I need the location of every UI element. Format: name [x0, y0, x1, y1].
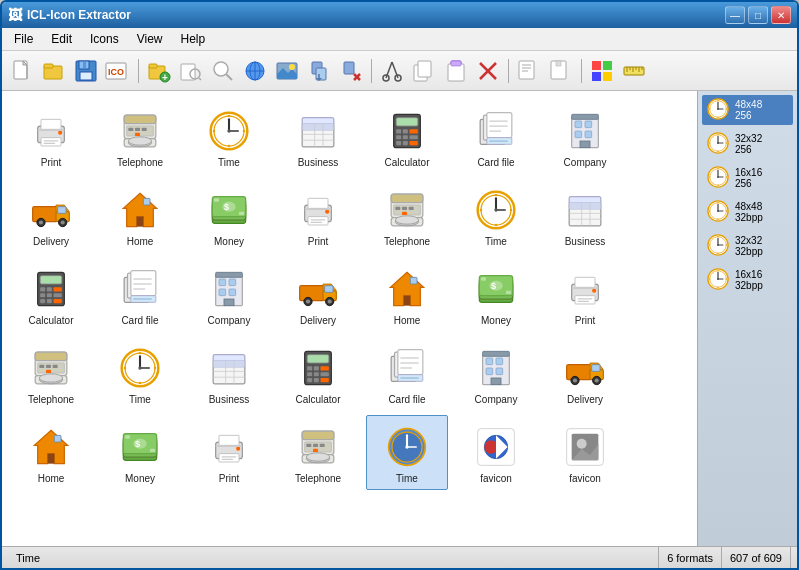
icon-label: Time: [129, 394, 151, 406]
svg-point-335: [717, 134, 718, 135]
svg-point-334: [717, 142, 719, 144]
icon-cell[interactable]: Business: [188, 336, 270, 411]
icon-cell[interactable]: Time: [99, 336, 181, 411]
extract-button[interactable]: [304, 56, 334, 86]
svg-rect-216: [575, 277, 595, 287]
icon-cell[interactable]: Home: [366, 257, 448, 332]
svg-rect-179: [40, 299, 45, 303]
format-item[interactable]: 32x3232bpp: [702, 231, 793, 261]
format-item[interactable]: 16x16256: [702, 163, 793, 193]
icon-cell[interactable]: Card file: [99, 257, 181, 332]
icon-cell[interactable]: Company: [455, 336, 537, 411]
properties-button[interactable]: [514, 56, 544, 86]
format-label: 16x16256: [735, 167, 762, 189]
icon-cell[interactable]: Time: [188, 99, 270, 174]
format-item[interactable]: 48x4832bpp: [702, 197, 793, 227]
icon-cell[interactable]: Card file: [455, 99, 537, 174]
icon-cell[interactable]: Delivery: [10, 178, 92, 253]
icon-cell[interactable]: $ Money: [188, 178, 270, 253]
svg-point-347: [726, 176, 727, 177]
svg-rect-197: [300, 286, 325, 301]
icon-cell[interactable]: Print: [188, 415, 270, 490]
svg-rect-277: [592, 365, 600, 372]
svg-rect-173: [40, 287, 45, 291]
icon-image: $: [116, 423, 164, 471]
internet-button[interactable]: [240, 56, 270, 86]
icon-cell[interactable]: favicon: [544, 415, 626, 490]
search-button[interactable]: [208, 56, 238, 86]
close-button[interactable]: ✕: [771, 6, 791, 24]
icon-label: Company: [564, 157, 607, 169]
image-button[interactable]: [272, 56, 302, 86]
svg-rect-228: [46, 370, 51, 373]
format-item[interactable]: 48x48256: [702, 95, 793, 125]
icon-cell[interactable]: Card file: [366, 336, 448, 411]
icon-cell[interactable]: Print: [10, 99, 92, 174]
remove-button[interactable]: [336, 56, 366, 86]
icon-cell[interactable]: Business: [544, 178, 626, 253]
menu-edit[interactable]: Edit: [43, 30, 80, 48]
icon-grid-container[interactable]: Print Telephone Time Business: [2, 91, 697, 546]
icon-cell[interactable]: Business: [277, 99, 359, 174]
icon-cell[interactable]: Calculator: [277, 336, 359, 411]
svg-rect-217: [575, 296, 595, 304]
svg-rect-221: [572, 287, 599, 289]
menu-view[interactable]: View: [129, 30, 171, 48]
icon-image: [205, 265, 253, 313]
svg-rect-101: [410, 135, 418, 139]
copy-button[interactable]: [409, 56, 439, 86]
ico-button[interactable]: ICO: [103, 56, 133, 86]
cut-button[interactable]: [377, 56, 407, 86]
icon-cell[interactable]: Home: [99, 178, 181, 253]
icon-cell[interactable]: $ Money: [455, 257, 537, 332]
add-folder-button[interactable]: +: [144, 56, 174, 86]
icon-image: [27, 265, 75, 313]
svg-rect-252: [321, 366, 329, 370]
delete-button[interactable]: [473, 56, 503, 86]
svg-rect-52: [592, 72, 601, 81]
icon-cell[interactable]: Time: [455, 178, 537, 253]
windows-button[interactable]: [587, 56, 617, 86]
icon-cell[interactable]: Print: [544, 257, 626, 332]
menu-file[interactable]: File: [6, 30, 41, 48]
new-button[interactable]: [7, 56, 37, 86]
menu-help[interactable]: Help: [173, 30, 214, 48]
open-button[interactable]: [39, 56, 69, 86]
icon-cell[interactable]: Print: [277, 178, 359, 253]
icon-cell[interactable]: $ Money: [99, 415, 181, 490]
minimize-button[interactable]: —: [725, 6, 745, 24]
svg-rect-120: [33, 207, 58, 222]
icon-cell[interactable]: Delivery: [544, 336, 626, 411]
svg-rect-206: [404, 296, 411, 306]
icon-cell[interactable]: favicon: [455, 415, 537, 490]
icon-cell[interactable]: Delivery: [277, 257, 359, 332]
format-item[interactable]: 16x1632bpp: [702, 265, 793, 295]
icon-cell[interactable]: Calculator: [366, 99, 448, 174]
find-file-button[interactable]: [176, 56, 206, 86]
icon-cell[interactable]: Telephone: [99, 99, 181, 174]
svg-rect-249: [307, 355, 329, 363]
icon-cell[interactable]: Telephone: [10, 336, 92, 411]
icon-cell[interactable]: Calculator: [10, 257, 92, 332]
icon-cell[interactable]: Telephone: [366, 178, 448, 253]
icon-label: Company: [208, 315, 251, 327]
ruler-button[interactable]: [619, 56, 649, 86]
svg-point-202: [306, 299, 310, 303]
save-button[interactable]: [71, 56, 101, 86]
paste-button[interactable]: [441, 56, 471, 86]
maximize-button[interactable]: □: [748, 6, 768, 24]
icon-cell[interactable]: Home: [10, 415, 92, 490]
icon-cell[interactable]: Company: [544, 99, 626, 174]
svg-point-77: [128, 137, 151, 145]
doc2-button[interactable]: [546, 56, 576, 86]
format-item[interactable]: 32x32256: [702, 129, 793, 159]
icon-label: Money: [481, 315, 511, 327]
icon-cell[interactable]: Time: [366, 415, 448, 490]
icon-label: Print: [41, 157, 62, 169]
svg-rect-41: [451, 61, 461, 66]
svg-rect-137: [239, 212, 244, 215]
icon-label: favicon: [569, 473, 601, 485]
menu-icons[interactable]: Icons: [82, 30, 127, 48]
icon-cell[interactable]: Company: [188, 257, 270, 332]
icon-cell[interactable]: Telephone: [277, 415, 359, 490]
